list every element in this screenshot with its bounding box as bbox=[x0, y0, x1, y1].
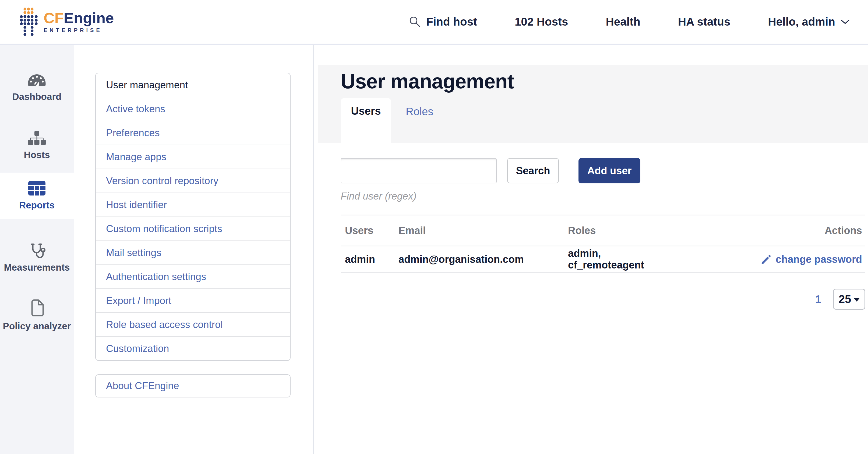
column-header-users: Users bbox=[341, 225, 399, 236]
menu-item-custom-notification-scripts[interactable]: Custom notification scripts bbox=[96, 217, 290, 240]
gauge-icon bbox=[27, 74, 46, 87]
cfengine-app: CFEngine ENTERPRISE Find host 102 Hosts … bbox=[0, 0, 868, 454]
search-icon bbox=[409, 16, 421, 28]
sidebar-item-policy-analyzer[interactable]: Policy analyzer bbox=[0, 292, 74, 339]
stethoscope-icon bbox=[28, 242, 46, 258]
tab-users[interactable]: Users bbox=[341, 98, 391, 143]
caret-down-icon bbox=[854, 298, 860, 302]
users-table: Users Email Roles Actions admin admin@or… bbox=[341, 215, 865, 273]
chevron-down-icon bbox=[841, 19, 850, 25]
about-cfengine-label: About CFEngine bbox=[106, 380, 179, 392]
change-password-link[interactable]: change password bbox=[761, 254, 862, 265]
nav-find-host-label: Find host bbox=[426, 16, 477, 28]
cell-username: admin bbox=[341, 254, 399, 265]
column-header-roles: Roles bbox=[568, 225, 680, 236]
menu-item-host-identifier[interactable]: Host identifier bbox=[96, 193, 290, 217]
page-title: User management bbox=[341, 69, 868, 93]
table-header-row: Users Email Roles Actions bbox=[341, 215, 865, 246]
nav-ha-status[interactable]: HA status bbox=[678, 16, 730, 28]
document-icon bbox=[29, 299, 44, 316]
page-header-band: User management Users Roles bbox=[318, 65, 868, 143]
cell-roles: admin, cf_remoteagent bbox=[568, 248, 680, 271]
sidebar-item-label: Hosts bbox=[24, 149, 50, 160]
search-button[interactable]: Search bbox=[507, 158, 559, 183]
pencil-icon bbox=[761, 254, 771, 264]
users-panel: Search Add user Find user (regex) Users … bbox=[341, 143, 868, 454]
settings-menu-column: User management Active tokens Preference… bbox=[74, 45, 313, 454]
nav-hosts-count-label: 102 Hosts bbox=[515, 16, 568, 28]
tabs: Users Roles bbox=[341, 98, 433, 143]
menu-item-customization[interactable]: Customization bbox=[96, 336, 290, 360]
sitemap-icon bbox=[28, 131, 46, 145]
sidebar-item-reports[interactable]: Reports bbox=[0, 173, 74, 219]
menu-item-authentication-settings[interactable]: Authentication settings bbox=[96, 264, 290, 288]
menu-item-preferences[interactable]: Preferences bbox=[96, 121, 290, 145]
page-size-value: 25 bbox=[839, 293, 851, 306]
menu-item-export-import[interactable]: Export / Import bbox=[96, 288, 290, 312]
menu-item-active-tokens[interactable]: Active tokens bbox=[96, 97, 290, 121]
column-header-email: Email bbox=[399, 225, 568, 236]
sidebar-item-label: Dashboard bbox=[12, 91, 62, 102]
logo-subtitle: ENTERPRISE bbox=[43, 27, 114, 33]
sidebar: Dashboard Hosts Report bbox=[0, 45, 74, 454]
page-number[interactable]: 1 bbox=[815, 293, 821, 305]
nav-user-menu-label: Hello, admin bbox=[768, 16, 835, 28]
nav-user-menu[interactable]: Hello, admin bbox=[768, 16, 850, 28]
cell-email: admin@organisation.com bbox=[399, 254, 568, 265]
menu-item-user-management[interactable]: User management bbox=[96, 73, 290, 97]
cfengine-robot-icon bbox=[19, 7, 38, 36]
sidebar-item-dashboard[interactable]: Dashboard bbox=[0, 65, 74, 111]
cfengine-logo-text: CFEngine ENTERPRISE bbox=[43, 10, 114, 33]
logo-engine: Engine bbox=[64, 9, 114, 26]
menu-item-role-based-access-control[interactable]: Role based access control bbox=[96, 312, 290, 336]
find-user-hint: Find user (regex) bbox=[341, 191, 868, 202]
sidebar-item-label: Reports bbox=[19, 200, 55, 210]
sidebar-item-label: Policy analyzer bbox=[3, 321, 71, 332]
sidebar-item-label: Measurements bbox=[4, 262, 70, 273]
change-password-label: change password bbox=[776, 254, 862, 265]
nav-health[interactable]: Health bbox=[606, 16, 640, 28]
nav-health-label: Health bbox=[606, 16, 640, 28]
main-content: User management Users Roles Search Add u… bbox=[314, 45, 868, 454]
search-row: Search Add user bbox=[341, 158, 868, 183]
top-navigation: Find host 102 Hosts Health HA status Hel… bbox=[409, 16, 850, 28]
nav-hosts-count[interactable]: 102 Hosts bbox=[515, 16, 568, 28]
nav-find-host[interactable]: Find host bbox=[409, 16, 477, 28]
pagination: 1 25 bbox=[341, 289, 865, 310]
tab-roles[interactable]: Roles bbox=[406, 98, 433, 118]
menu-item-version-control-repository[interactable]: Version control repository bbox=[96, 169, 290, 193]
add-user-button[interactable]: Add user bbox=[579, 158, 640, 183]
menu-item-manage-apps[interactable]: Manage apps bbox=[96, 145, 290, 169]
sidebar-item-hosts[interactable]: Hosts bbox=[0, 122, 74, 169]
menu-item-mail-settings[interactable]: Mail settings bbox=[96, 240, 290, 264]
settings-menu: User management Active tokens Preference… bbox=[95, 73, 290, 361]
logo-cf: CF bbox=[43, 9, 64, 26]
table-row: admin admin@organisation.com admin, cf_r… bbox=[341, 246, 865, 273]
table-icon bbox=[28, 181, 45, 196]
find-user-input[interactable] bbox=[341, 158, 497, 183]
page-size-select[interactable]: 25 bbox=[833, 289, 865, 310]
nav-ha-status-label: HA status bbox=[678, 16, 730, 28]
column-header-actions: Actions bbox=[680, 225, 865, 236]
menu-item-about-cfengine[interactable]: About CFEngine bbox=[95, 374, 290, 397]
sidebar-item-measurements[interactable]: Measurements bbox=[0, 234, 74, 281]
top-header: CFEngine ENTERPRISE Find host 102 Hosts … bbox=[0, 0, 868, 45]
cfengine-logo[interactable]: CFEngine ENTERPRISE bbox=[19, 7, 114, 36]
cell-actions: change password bbox=[680, 254, 865, 265]
